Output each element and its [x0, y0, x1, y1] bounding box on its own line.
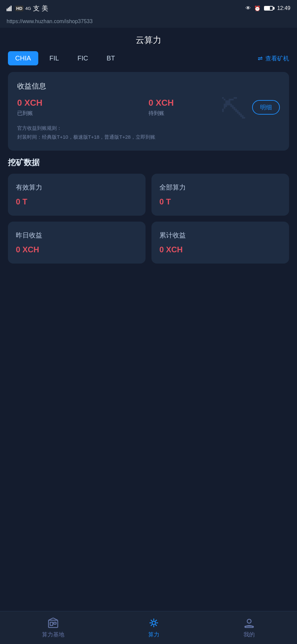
status-bar-right: 👁 ⏰ 12:49: [246, 5, 290, 12]
mine-icon: [243, 617, 255, 629]
alarm-icon: ⏰: [254, 5, 261, 12]
svg-line-15: [155, 625, 157, 626]
mining-base-icon: [47, 617, 59, 629]
mining-card-effective: 有效算力 0 T: [8, 174, 146, 216]
svg-line-16: [155, 620, 157, 622]
svg-rect-3: [11, 6, 12, 11]
mining-grid: 有效算力 0 T 全部算力 0 T 昨日收益 0 XCH 累计收益 0 XCH: [8, 174, 289, 264]
svg-rect-19: [245, 626, 253, 627]
svg-rect-6: [54, 622, 56, 624]
svg-line-17: [151, 625, 152, 626]
status-bar-left: HD 4G 支 美: [7, 4, 48, 13]
mining-card-yesterday: 昨日收益 0 XCH: [8, 222, 146, 264]
effective-value: 0 T: [16, 197, 138, 206]
income-card: 收益信息 ⛏ 0 XCH 已到账 0 XCH 待到账 明细 官方收益到账规则：封…: [8, 72, 289, 151]
computing-icon: [148, 617, 160, 629]
income-title: 收益信息: [17, 81, 280, 91]
arrows-icon: ⇌: [258, 55, 263, 62]
time-display: 12:49: [277, 5, 290, 11]
nav-mining-base-label: 算力基地: [42, 631, 64, 638]
total-value: 0 T: [159, 197, 281, 206]
status-icons: 支 美: [33, 4, 48, 13]
url-text: https://www.huzhan.com/ishop37533: [7, 18, 93, 24]
tab-chia[interactable]: CHIA: [8, 51, 38, 65]
income-credited: 0 XCH 已到账: [17, 98, 148, 117]
tab-bar: CHIA FIL FIC BT ⇌ 查看矿机: [0, 51, 297, 65]
status-hd: HD: [15, 6, 23, 11]
bottom-nav: 算力基地 算力 我的: [0, 611, 297, 644]
rules-text: 官方收益到账规则：封装时间：经典版T+10，极速版T+18，普通版T+28，立即…: [17, 124, 280, 141]
effective-label: 有效算力: [16, 183, 138, 192]
cumulative-label: 累计收益: [159, 231, 281, 240]
svg-point-9: [152, 621, 155, 625]
mining-section-title: 挖矿数据: [0, 157, 297, 168]
total-label: 全部算力: [159, 183, 281, 192]
tab-fic[interactable]: FIC: [70, 51, 95, 65]
income-row: ⛏ 0 XCH 已到账 0 XCH 待到账 明细: [17, 98, 280, 117]
cumulative-value: 0 XCH: [159, 245, 281, 254]
page-title: 云算力: [0, 28, 297, 51]
svg-rect-0: [7, 9, 8, 11]
battery-icon: [264, 6, 273, 11]
nav-mine-label: 我的: [244, 631, 255, 638]
tab-fil[interactable]: FIL: [42, 51, 66, 65]
tab-bt[interactable]: BT: [99, 51, 122, 65]
status-bar: HD 4G 支 美 👁 ⏰ 12:49: [0, 0, 297, 17]
status-4g: 4G: [25, 6, 31, 11]
view-miner-label: 查看矿机: [265, 54, 289, 62]
nav-mine[interactable]: 我的: [243, 617, 255, 638]
mining-card-cumulative: 累计收益 0 XCH: [151, 222, 289, 264]
detail-button[interactable]: 明细: [252, 100, 280, 115]
svg-line-14: [151, 620, 152, 622]
nav-mining-base[interactable]: 算力基地: [42, 617, 64, 638]
view-miner-button[interactable]: ⇌ 查看矿机: [258, 54, 289, 62]
signal-icon: [7, 5, 13, 11]
nav-computing-label: 算力: [148, 631, 159, 638]
svg-rect-1: [8, 8, 9, 11]
svg-rect-5: [50, 622, 53, 626]
eye-icon: 👁: [246, 5, 251, 11]
credited-label: 已到账: [17, 110, 148, 117]
svg-point-18: [247, 619, 251, 623]
mining-card-total: 全部算力 0 T: [151, 174, 289, 216]
url-bar: https://www.huzhan.com/ishop37533: [0, 17, 297, 28]
yesterday-value: 0 XCH: [16, 245, 138, 254]
svg-rect-2: [9, 7, 10, 11]
yesterday-label: 昨日收益: [16, 231, 138, 240]
nav-computing[interactable]: 算力: [148, 617, 160, 638]
credited-value: 0 XCH: [17, 98, 148, 108]
